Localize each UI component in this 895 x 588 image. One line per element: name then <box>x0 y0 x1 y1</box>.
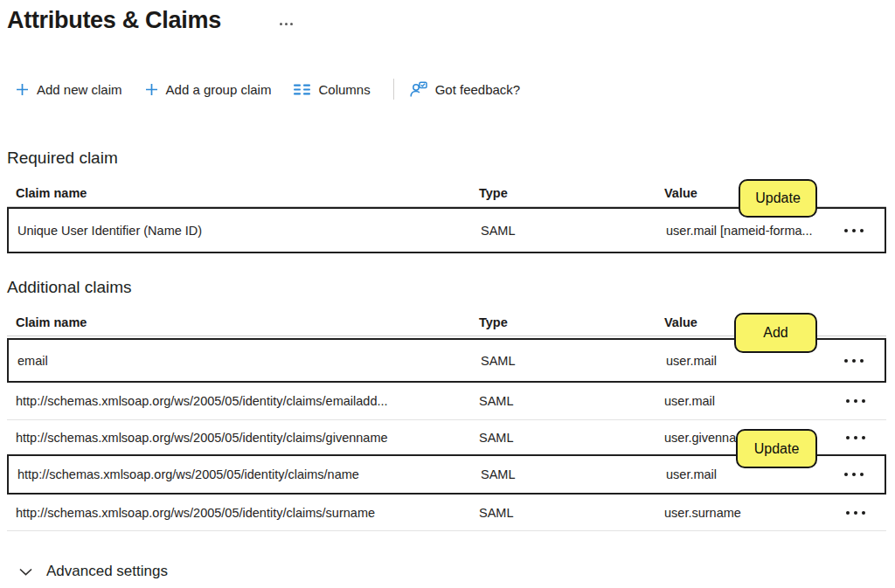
chevron-down-icon <box>19 568 32 576</box>
claim-name-cell: email <box>17 354 48 368</box>
page-title: Attributes & Claims <box>7 7 221 34</box>
column-header-type: Type <box>479 315 508 329</box>
claim-value-cell: user.mail <box>666 354 717 368</box>
table-row-surname[interactable]: http://schemas.xmlsoap.org/ws/2005/05/id… <box>7 495 886 531</box>
advanced-settings-toggle[interactable]: Advanced settings <box>19 563 168 580</box>
column-header-value: Value <box>664 186 697 200</box>
annotation-add-email-claim: Add <box>734 313 817 353</box>
claim-type-cell: SAML <box>481 354 516 368</box>
attributes-claims-page: Attributes & Claims Add new claim Add a … <box>0 0 895 588</box>
add-group-claim-button[interactable]: Add a group claim <box>145 82 272 97</box>
add-new-claim-button[interactable]: Add new claim <box>16 82 122 97</box>
columns-icon <box>294 84 310 95</box>
claim-value-cell: user.mail <box>666 467 717 481</box>
more-horizontal-icon[interactable] <box>843 225 865 236</box>
more-horizontal-icon[interactable] <box>844 508 867 518</box>
claim-name-cell: http://schemas.xmlsoap.org/ws/2005/05/id… <box>16 431 388 445</box>
more-horizontal-icon[interactable] <box>844 432 867 443</box>
got-feedback-button[interactable]: Got feedback? <box>410 81 521 98</box>
claim-type-cell: SAML <box>479 506 514 520</box>
toolbar-divider <box>393 79 394 100</box>
claim-value-cell: user.surname <box>664 506 741 520</box>
claim-value-cell: user.mail <box>664 394 715 408</box>
claim-name-cell: http://schemas.xmlsoap.org/ws/2005/05/id… <box>16 394 388 408</box>
annotation-update-name-claim: Update <box>736 429 817 468</box>
claim-name-cell: http://schemas.xmlsoap.org/ws/2005/05/id… <box>17 467 359 481</box>
feedback-icon <box>410 81 427 98</box>
got-feedback-label: Got feedback? <box>435 82 521 97</box>
column-header-claim-name: Claim name <box>16 186 87 200</box>
claim-type-cell: SAML <box>481 467 516 481</box>
plus-icon <box>16 83 29 96</box>
annotation-update-required-claim: Update <box>739 179 817 218</box>
ellipsis-icon[interactable] <box>280 23 293 25</box>
column-header-claim-name: Claim name <box>16 315 87 329</box>
required-claim-heading: Required claim <box>7 149 118 168</box>
add-new-claim-label: Add new claim <box>37 82 122 97</box>
claim-type-cell: SAML <box>481 224 516 238</box>
claim-type-cell: SAML <box>479 431 514 445</box>
more-horizontal-icon[interactable] <box>843 469 865 480</box>
table-row-emailaddress[interactable]: http://schemas.xmlsoap.org/ws/2005/05/id… <box>7 383 886 420</box>
column-header-value: Value <box>664 315 697 329</box>
add-group-claim-label: Add a group claim <box>166 82 272 97</box>
column-header-type: Type <box>479 186 508 200</box>
additional-claims-heading: Additional claims <box>7 278 132 297</box>
more-horizontal-icon[interactable] <box>844 396 867 406</box>
advanced-settings-label: Advanced settings <box>46 563 168 580</box>
claim-type-cell: SAML <box>479 394 514 408</box>
claim-name-cell: http://schemas.xmlsoap.org/ws/2005/05/id… <box>16 506 375 520</box>
columns-button[interactable]: Columns <box>294 82 370 97</box>
claim-value-cell: user.mail [nameid-forma... <box>666 224 813 238</box>
plus-icon <box>145 83 158 96</box>
claim-name-cell: Unique User Identifier (Name ID) <box>17 224 202 238</box>
columns-label: Columns <box>318 82 370 97</box>
more-horizontal-icon[interactable] <box>843 356 865 366</box>
toolbar: Add new claim Add a group claim Columns <box>16 77 520 101</box>
